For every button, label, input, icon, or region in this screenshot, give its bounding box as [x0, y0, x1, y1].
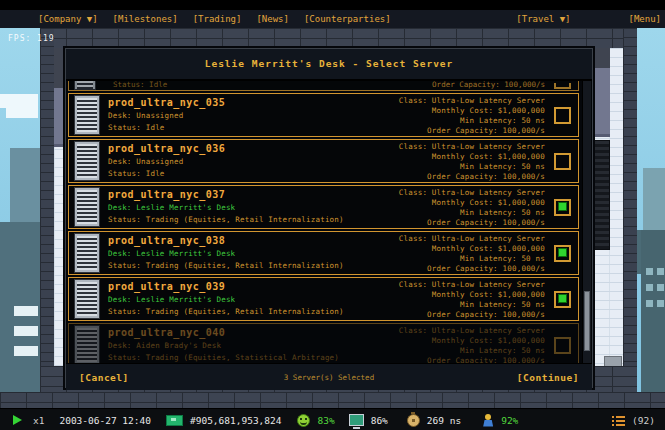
server-latency: Min Latency: 50 ns [399, 208, 545, 217]
server-capacity: Order Capacity: 100,000/s [399, 126, 545, 135]
menu-menu[interactable]: [Menu] [628, 14, 661, 24]
server-status: Status: Trading (Equities, Retail Intern… [108, 261, 344, 271]
brick-wall-bottom [0, 392, 665, 408]
game-speed[interactable]: x1 [33, 415, 44, 426]
server-row[interactable]: prod_ultra_nyc_036 Desk: Unassigned Stat… [68, 139, 579, 183]
server-desk: Desk: Aiden Brady's Desk [108, 341, 339, 351]
server-status: Status: Trading (Equities, Retail Intern… [108, 215, 344, 225]
server-name: prod_ultra_nyc_037 [108, 189, 344, 201]
cloud [6, 106, 38, 118]
server-checkbox[interactable] [554, 83, 571, 89]
server-info: prod_ultra_nyc_040 Desk: Aiden Brady's D… [108, 327, 339, 363]
server-class: Class: Ultra-Low Latency Server [399, 96, 545, 105]
server-name: prod_ultra_nyc_036 [108, 143, 225, 155]
server-row-clipped[interactable]: Status: Idle Order Capacity: 100,000/s [68, 81, 579, 91]
server-info: prod_ultra_nyc_037 Desk: Leslie Merritt'… [108, 189, 344, 225]
fps-counter: FPS: 119 [8, 34, 55, 43]
building-window [646, 268, 653, 275]
monitor-bezel-left [54, 88, 65, 147]
server-latency: Min Latency: 50 ns [399, 162, 545, 171]
server-cost: Monthly Cost: $1,000,000 [399, 106, 545, 115]
server-desk: Desk: Leslie Merritt's Desk [108, 249, 344, 259]
server-desk: Desk: Unassigned [108, 111, 225, 121]
server-row[interactable]: prod_ultra_nyc_037 Desk: Leslie Merritt'… [68, 185, 579, 229]
server-class: Class: Ultra-Low Latency Server [399, 326, 545, 335]
server-info: prod_ultra_nyc_038 Desk: Leslie Merritt'… [108, 235, 344, 271]
menu-news[interactable]: [News] [256, 14, 289, 24]
menu-travel[interactable]: [Travel ▼] [516, 14, 570, 24]
happiness-percent: 83% [317, 415, 334, 426]
menu-milestones[interactable]: [Milestones] [113, 14, 178, 24]
happiness-icon [297, 414, 310, 427]
server-latency: Min Latency: 50 ns [399, 254, 545, 263]
cash-amount: #905,681,953,824 [190, 415, 282, 426]
building-window [14, 346, 38, 356]
play-icon[interactable] [13, 415, 22, 425]
server-name: prod_ultra_nyc_035 [108, 97, 225, 109]
monitor-bezel-right [593, 68, 610, 137]
server-info: prod_ultra_nyc_035 Desk: Unassigned Stat… [108, 97, 225, 133]
server-checkbox[interactable] [554, 291, 571, 308]
server-name: prod_ultra_nyc_039 [108, 281, 344, 293]
server-name: prod_ultra_nyc_040 [108, 327, 339, 339]
server-class: Class: Ultra-Low Latency Server [399, 188, 545, 197]
cash-icon [166, 415, 183, 426]
server-list-viewport: Status: Idle Order Capacity: 100,000/s p… [66, 81, 592, 363]
server-capacity: Order Capacity: 100,000/s [399, 310, 545, 319]
menu-right-group: [Travel ▼] [Menu] [516, 14, 661, 24]
server-cost: Monthly Cost: $1,000,000 [399, 198, 545, 207]
menu-trading[interactable]: [Trading] [193, 14, 242, 24]
server-status: Status: Idle [113, 81, 167, 89]
server-rack-icon [75, 96, 99, 134]
server-rack-icon [75, 326, 99, 363]
server-rack-prop [594, 140, 610, 250]
server-row[interactable]: prod_ultra_nyc_040 Desk: Aiden Brady's D… [68, 323, 579, 363]
wall-pillar-left [40, 28, 54, 408]
scrollbar-track[interactable] [582, 81, 591, 363]
server-checkbox[interactable] [554, 199, 571, 216]
server-checkbox[interactable] [554, 107, 571, 124]
server-status: Status: Trading (Equities, Retail Intern… [108, 307, 344, 317]
server-cost: Monthly Cost: $1,000,000 [399, 290, 545, 299]
notifications-icon[interactable] [612, 415, 625, 426]
reputation-percent: 92% [501, 415, 518, 426]
scrollbar-thumb[interactable] [584, 291, 590, 351]
building-window [14, 326, 38, 336]
server-info: prod_ultra_nyc_036 Desk: Unassigned Stat… [108, 143, 225, 179]
system-percent: 86% [371, 415, 388, 426]
dialog-title: Leslie Merritt's Desk - Select Server [66, 49, 592, 81]
server-info: prod_ultra_nyc_039 Desk: Leslie Merritt'… [108, 281, 344, 317]
server-class: Class: Ultra-Low Latency Server [399, 234, 545, 243]
server-latency: Min Latency: 50 ns [399, 116, 545, 125]
server-rack-icon [75, 188, 99, 226]
server-status: Status: Trading (Equities, Statistical A… [108, 353, 339, 363]
server-rack-icon [75, 142, 99, 180]
server-specs: Class: Ultra-Low Latency Server Monthly … [399, 233, 545, 273]
server-capacity: Order Capacity: 100,000/s [399, 264, 545, 273]
server-row[interactable]: prod_ultra_nyc_039 Desk: Leslie Merritt'… [68, 277, 579, 321]
server-checkbox[interactable] [554, 337, 571, 354]
menu-counterparties[interactable]: [Counterparties] [304, 14, 391, 24]
brick-wall-top [40, 28, 637, 48]
server-capacity: Order Capacity: 100,000/s [432, 81, 545, 89]
server-cost: Monthly Cost: $1,000,000 [399, 244, 545, 253]
server-rack-icon [75, 81, 95, 89]
server-row[interactable]: prod_ultra_nyc_035 Desk: Unassigned Stat… [68, 93, 579, 137]
server-row[interactable]: prod_ultra_nyc_038 Desk: Leslie Merritt'… [68, 231, 579, 275]
server-class: Class: Ultra-Low Latency Server [399, 142, 545, 151]
menu-left-group: [Company ▼] [Milestones] [Trading] [News… [0, 14, 391, 24]
wall-pillar-right [623, 28, 637, 408]
server-capacity: Order Capacity: 100,000/s [399, 356, 545, 363]
server-status: Status: Idle [108, 123, 225, 133]
server-name: prod_ultra_nyc_038 [108, 235, 344, 247]
server-rack-icon [75, 280, 99, 318]
dialog-footer: 3 Server(s) Selected [Cancel] [Continue] [66, 363, 592, 390]
server-specs: Class: Ultra-Low Latency Server Monthly … [399, 187, 545, 227]
server-checkbox[interactable] [554, 245, 571, 262]
server-specs: Class: Ultra-Low Latency Server Monthly … [399, 141, 545, 181]
server-desk: Desk: Leslie Merritt's Desk [108, 295, 344, 305]
server-checkbox[interactable] [554, 153, 571, 170]
server-desk: Desk: Leslie Merritt's Desk [108, 203, 344, 213]
menu-company[interactable]: [Company ▼] [38, 14, 98, 24]
monitor-bezel-left [54, 48, 65, 88]
